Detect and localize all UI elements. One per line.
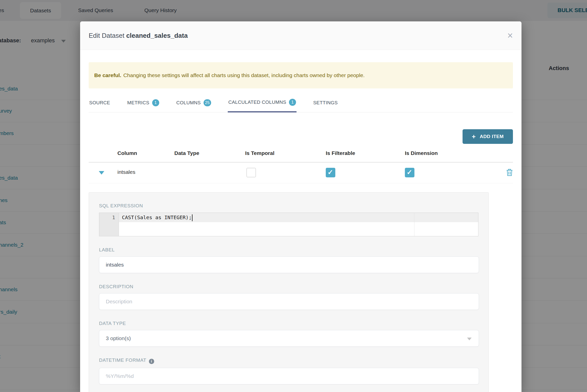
close-icon[interactable]: ×: [507, 31, 513, 40]
datetime-format-label: DATETIME FORMATi: [99, 357, 478, 364]
modal-title: Edit Dataset cleaned_sales_data: [89, 32, 188, 40]
tab-label: METRICS: [127, 100, 149, 106]
info-icon[interactable]: i: [149, 359, 154, 364]
warning-bold: Be careful.: [94, 72, 121, 78]
sql-editor[interactable]: 1 CAST(Sales as INTEGER);: [99, 213, 478, 236]
description-input[interactable]: [99, 293, 479, 310]
modal-body: Be careful. Changing these settings will…: [80, 62, 521, 392]
column-header: Is Dimension: [405, 150, 438, 156]
tab-calculated-columns[interactable]: CALCULATED COLUMNS 1: [228, 93, 297, 112]
tab-columns[interactable]: COLUMNS 25: [176, 93, 212, 112]
sql-editor-code-area[interactable]: CAST(Sales as INTEGER);: [119, 213, 478, 236]
is-filterable-checkbox[interactable]: [326, 168, 335, 177]
add-item-row: + ADD ITEM: [89, 129, 513, 144]
tab-label: SOURCE: [89, 100, 110, 106]
tab-label: SETTINGS: [313, 100, 338, 106]
calculated-columns-grid: Column Data Type Is Temporal Is Filterab…: [89, 148, 513, 183]
sql-code-line: CAST(Sales as INTEGER);: [119, 213, 478, 222]
description-label: DESCRIPTION: [99, 284, 478, 289]
column-header: Is Temporal: [245, 150, 274, 156]
sql-editor-gutter: 1: [99, 213, 119, 236]
column-header: Column: [117, 150, 137, 156]
is-temporal-checkbox[interactable]: [246, 168, 256, 177]
screen: es Datasets Saved Queries Query History …: [0, 0, 587, 392]
sql-expression-field: SQL EXPRESSION 1 CAST(Sales as INTEGER);: [99, 203, 478, 236]
tab-count-badge: 1: [152, 99, 159, 106]
plus-icon: +: [472, 133, 476, 141]
label-input[interactable]: [99, 256, 479, 273]
add-item-label: ADD ITEM: [480, 134, 504, 139]
delete-trash-icon[interactable]: [506, 169, 513, 177]
tab-count-badge: 1: [289, 99, 296, 106]
column-name: intsales: [117, 169, 135, 175]
column-header: Data Type: [174, 150, 199, 156]
column-header: Is Filterable: [326, 150, 355, 156]
add-item-button[interactable]: + ADD ITEM: [463, 129, 513, 144]
datatype-select[interactable]: 3 option(s): [99, 330, 479, 347]
warning-text: Changing these settings will affect all …: [123, 72, 365, 78]
tab-label: COLUMNS: [176, 100, 201, 106]
edit-dataset-modal: Edit Dataset cleaned_sales_data × Be car…: [80, 21, 521, 392]
tab-settings[interactable]: SETTINGS: [313, 93, 338, 112]
calculated-column-row: intsales: [89, 162, 513, 183]
warning-banner: Be careful. Changing these settings will…: [89, 62, 513, 88]
column-detail-panel: SQL EXPRESSION 1 CAST(Sales as INTEGER);…: [89, 192, 489, 392]
sql-expression-label: SQL EXPRESSION: [99, 203, 478, 209]
modal-tabs: SOURCE METRICS 1 COLUMNS 25 CALCULATED C…: [89, 93, 513, 112]
modal-title-prefix: Edit Dataset: [89, 32, 124, 39]
modal-title-dataset-name: cleaned_sales_data: [126, 32, 188, 39]
datatype-selected-value: 3 option(s): [106, 335, 131, 341]
expand-caret-icon[interactable]: [99, 171, 104, 175]
select-caret-icon: [467, 338, 472, 340]
label-label: LABEL: [99, 247, 478, 253]
datetime-format-field-group: DATETIME FORMATi: [99, 357, 478, 384]
tab-label: CALCULATED COLUMNS: [228, 100, 286, 105]
tab-source[interactable]: SOURCE: [89, 93, 111, 112]
datatype-field-group: DATA TYPE 3 option(s): [99, 321, 478, 347]
modal-header: Edit Dataset cleaned_sales_data ×: [80, 21, 521, 50]
grid-header: Column Data Type Is Temporal Is Filterab…: [89, 148, 513, 162]
description-field-group: DESCRIPTION: [99, 284, 478, 310]
tab-count-badge: 25: [204, 99, 211, 106]
datetime-format-input[interactable]: [99, 368, 479, 384]
is-dimension-checkbox[interactable]: [405, 168, 414, 177]
tab-metrics[interactable]: METRICS 1: [127, 93, 160, 112]
text-cursor: [192, 214, 192, 221]
label-field-group: LABEL: [99, 247, 478, 273]
datatype-label: DATA TYPE: [99, 321, 478, 326]
